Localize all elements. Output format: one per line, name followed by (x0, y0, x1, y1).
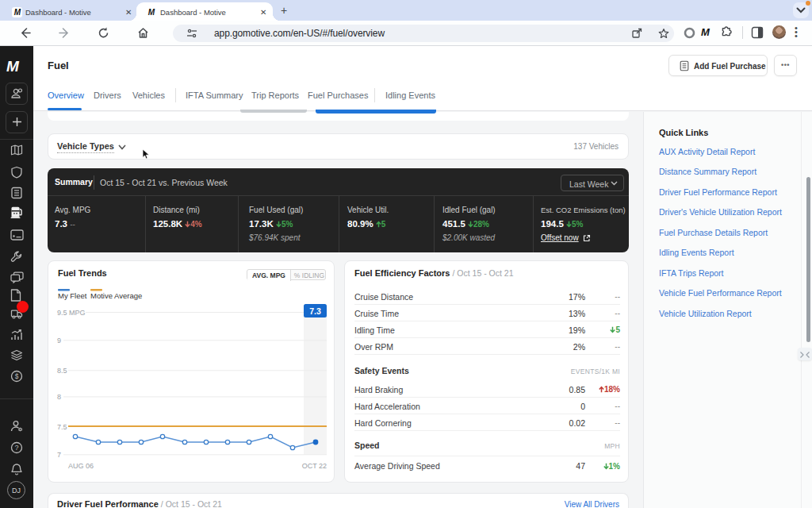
svg-text:7.5: 7.5 (57, 423, 67, 431)
svg-text:9: 9 (57, 337, 61, 344)
svg-text:7: 7 (57, 451, 61, 459)
svg-text:?: ? (14, 444, 18, 452)
svg-text:Motive Average: Motive Average (90, 291, 142, 300)
svg-text:OCT 22: OCT 22 (302, 462, 327, 470)
svg-text:8.5: 8.5 (57, 367, 67, 375)
svg-text:9.5 MPG: 9.5 MPG (57, 309, 86, 317)
svg-text:$: $ (15, 372, 19, 380)
svg-text:7.3: 7.3 (309, 306, 321, 316)
svg-text:8: 8 (57, 393, 61, 401)
svg-text:My Fleet: My Fleet (58, 291, 87, 300)
svg-text:AUG 06: AUG 06 (68, 462, 94, 470)
